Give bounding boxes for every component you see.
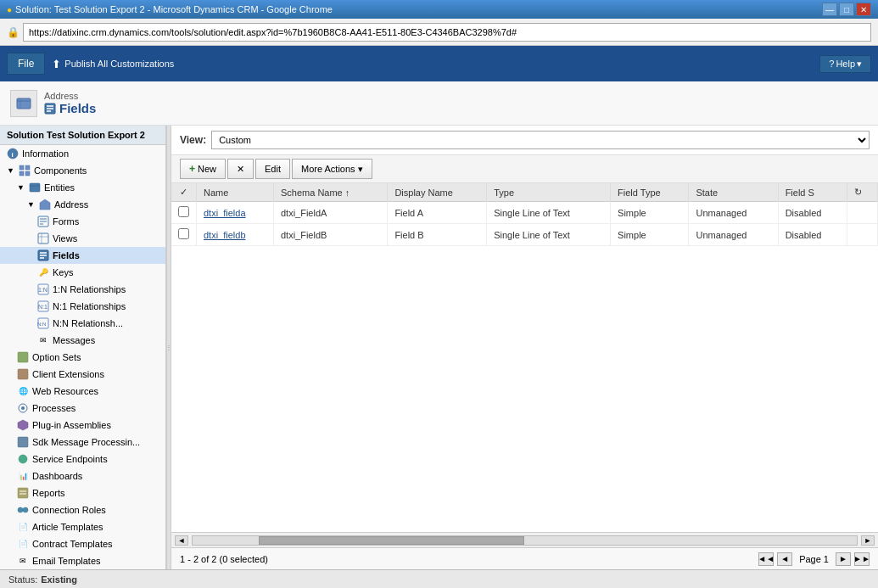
svg-rect-11 [20, 171, 24, 176]
delete-button[interactable]: ✕ [227, 159, 254, 179]
information-icon: i [7, 148, 19, 160]
field-name-link[interactable]: dtxi_fielda [204, 208, 246, 218]
col-type-header[interactable]: Type [487, 183, 611, 202]
row-display-name: Field A [388, 202, 487, 224]
first-page-button[interactable]: ◄◄ [758, 552, 774, 566]
svg-rect-20 [38, 233, 48, 244]
new-label: New [198, 164, 216, 174]
sidebar-item-label-client-ext: Client Extensions [32, 369, 104, 379]
sidebar-item-email-templates[interactable]: ✉ Email Templates [0, 552, 165, 569]
sidebar-item-label-forms: Forms [53, 216, 79, 227]
sidebar-item-article-templates[interactable]: 📄 Article Templates [0, 518, 165, 535]
row-checkbox[interactable] [178, 206, 189, 217]
col-display-name-header[interactable]: Display Name [388, 183, 487, 202]
components-arrow-icon: ▼ [7, 166, 15, 175]
web-resources-icon: 🌐 [17, 385, 29, 397]
sidebar-item-messages[interactable]: ✉ Messages [0, 332, 165, 349]
sidebar-item-label-dashboards: Dashboards [32, 471, 82, 481]
scroll-right-button[interactable]: ► [861, 535, 875, 546]
pagination-bar: 1 - 2 of 2 (0 selected) ◄◄ ◄ Page 1 ► ►► [171, 547, 878, 569]
sidebar-item-label-option-sets: Option Sets [32, 352, 81, 362]
sidebar-item-label-address: Address [54, 199, 88, 210]
scroll-left-button[interactable]: ◄ [175, 535, 188, 546]
sidebar-item-address[interactable]: ▼ Address [0, 196, 165, 213]
row-checkbox[interactable] [178, 228, 189, 239]
publish-button[interactable]: ⬆ Publish All Customizations [52, 58, 174, 70]
file-button[interactable]: File [7, 53, 45, 75]
row-schema-name: dtxi_FieldB [273, 224, 387, 246]
more-actions-button[interactable]: More Actions ▾ [292, 159, 372, 179]
col-field-type-header[interactable]: Field Type [611, 183, 689, 202]
sidebar-item-web-resources[interactable]: 🌐 Web Resources [0, 383, 165, 400]
minimize-button[interactable]: — [822, 3, 837, 16]
col-check-header[interactable]: ✓ [171, 183, 197, 202]
col-state-header[interactable]: State [689, 183, 778, 202]
maximize-button[interactable]: □ [839, 3, 854, 16]
breadcrumb-parent: Address [44, 91, 96, 101]
col-name-header[interactable]: Name [197, 183, 274, 202]
sidebar-item-plugins[interactable]: Plug-in Assemblies [0, 417, 165, 434]
svg-text:1:N: 1:N [38, 287, 48, 293]
svg-text:N:1: N:1 [38, 304, 48, 310]
sidebar-item-entities[interactable]: ▼ Entities [0, 179, 165, 196]
svg-rect-33 [18, 352, 28, 362]
sidebar-item-sdk-message[interactable]: Sdk Message Processin... [0, 434, 165, 451]
sidebar-item-dashboards[interactable]: 📊 Dashboards [0, 468, 165, 484]
view-select[interactable]: Custom All Fields Default Solution [211, 131, 870, 149]
sidebar-item-contract-templates[interactable]: 📄 Contract Templates [0, 535, 165, 552]
prev-page-button[interactable]: ◄ [777, 552, 792, 566]
new-button[interactable]: + New [180, 159, 226, 179]
reports-icon [17, 487, 29, 499]
sidebar-item-label-components: Components [34, 165, 87, 176]
sidebar-item-views[interactable]: Views [0, 230, 165, 247]
col-field-status-header[interactable]: Field S [778, 183, 847, 202]
sidebar-item-components[interactable]: ▼ Components [0, 162, 165, 179]
status-bar: Status: Existing [0, 569, 878, 588]
svg-rect-38 [18, 437, 28, 447]
scrollbar-thumb[interactable] [259, 536, 524, 545]
app-header: File ⬆ Publish All Customizations ? Help… [0, 46, 878, 81]
window-controls: — □ ✕ [822, 3, 871, 16]
publish-icon: ⬆ [52, 58, 61, 70]
svg-text:i: i [12, 151, 14, 159]
sidebar-item-nn-rel[interactable]: N:N N:N Relationsh... [0, 315, 165, 332]
sidebar-item-reports[interactable]: Reports [0, 484, 165, 501]
fields-sidebar-icon [37, 249, 49, 261]
sidebar-item-fields[interactable]: Fields [0, 247, 165, 264]
sidebar-item-connection-roles[interactable]: Connection Roles [0, 501, 165, 518]
sidebar-item-1n-rel[interactable]: 1:N 1:N Relationships [0, 281, 165, 298]
sidebar-item-client-ext[interactable]: Client Extensions [0, 366, 165, 383]
status-value: Existing [41, 574, 77, 585]
close-button[interactable]: ✕ [856, 3, 871, 16]
edit-button[interactable]: Edit [255, 159, 290, 179]
sidebar-item-forms[interactable]: Forms [0, 213, 165, 230]
horizontal-scrollbar[interactable] [192, 535, 858, 546]
row-state: Unmanaged [689, 202, 778, 224]
sidebar-item-processes[interactable]: Processes [0, 400, 165, 417]
next-page-button[interactable]: ► [836, 552, 851, 566]
help-button[interactable]: ? Help ▾ [819, 55, 871, 73]
client-ext-icon [17, 368, 29, 380]
views-icon [37, 232, 49, 244]
address-input[interactable] [23, 23, 871, 42]
col-schema-name-header[interactable]: Schema Name ↑ [273, 183, 387, 202]
page-navigation: ◄◄ ◄ Page 1 ► ►► [758, 552, 870, 566]
sidebar-item-n1-rel[interactable]: N:1 N:1 Relationships [0, 298, 165, 315]
edit-label: Edit [265, 164, 281, 174]
row-type: Single Line of Text [487, 224, 611, 246]
row-check[interactable] [171, 202, 197, 224]
row-check[interactable] [171, 224, 197, 246]
sidebar-item-keys[interactable]: 🔑 Keys [0, 264, 165, 281]
sidebar-item-label-reports: Reports [32, 488, 65, 498]
sidebar-item-option-sets[interactable]: Option Sets [0, 349, 165, 366]
sidebar-item-information[interactable]: i Information [0, 145, 165, 162]
sidebar-item-label-processes: Processes [32, 403, 75, 413]
col-refresh-header[interactable]: ↻ [847, 183, 878, 202]
sidebar-item-label-nn-rel: N:N Relationsh... [53, 318, 123, 328]
nn-rel-icon: N:N [37, 317, 49, 329]
last-page-button[interactable]: ►► [854, 552, 870, 566]
email-templates-icon: ✉ [17, 555, 29, 567]
sidebar-item-service-endpoints[interactable]: Service Endpoints [0, 451, 165, 468]
field-name-link[interactable]: dtxi_fieldb [204, 230, 246, 240]
processes-icon [17, 402, 29, 414]
